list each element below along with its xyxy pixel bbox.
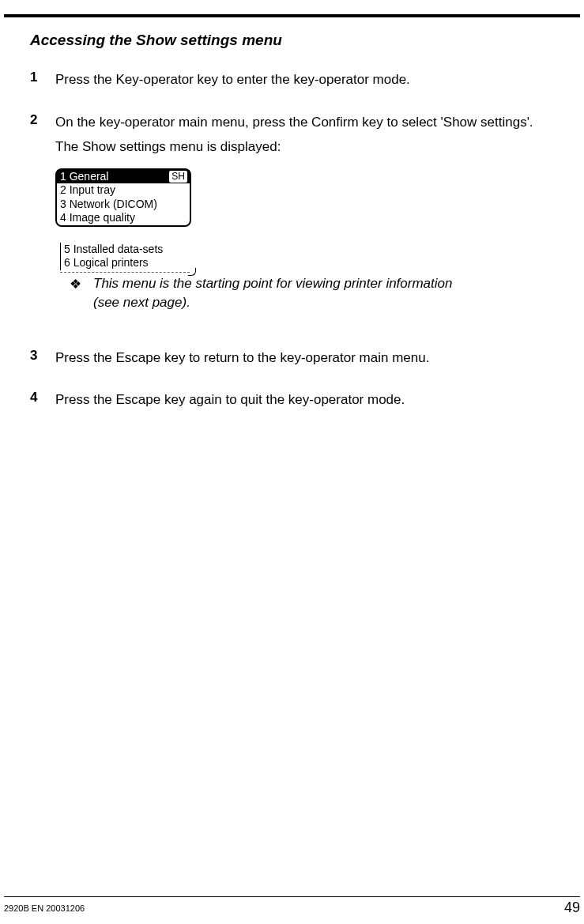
menu-item-network: 3 Network (DICOM): [57, 198, 190, 212]
top-rule: [4, 14, 580, 17]
step-text: Press the Escape key to return to the ke…: [55, 348, 568, 368]
page-number: 49: [564, 899, 580, 916]
menu-item-logical-printers: 6 Logical printers: [60, 256, 190, 270]
note-line: This menu is the starting point for view…: [93, 274, 452, 294]
step-text: Press the Escape key again to quit the k…: [55, 390, 568, 410]
section-title: Accessing the Show settings menu: [30, 32, 568, 49]
settings-menu: 1 General SH 2 Input tray 3 Network (DIC…: [55, 168, 194, 274]
steps-list: 1 Press the Key-operator key to enter th…: [55, 70, 568, 415]
step-number: 1: [30, 70, 55, 95]
step-text: On the key-operator main menu, press the…: [55, 112, 568, 133]
step-4: 4 Press the Escape key again to quit the…: [55, 390, 568, 415]
note-line: (see next page).: [93, 293, 452, 313]
step-2: 2 On the key-operator main menu, press t…: [55, 112, 568, 330]
step-number: 3: [30, 348, 55, 373]
step-3: 3 Press the Escape key to return to the …: [55, 348, 568, 373]
menu-badge: SH: [169, 171, 187, 183]
step-text: Press the Key-operator key to enter the …: [55, 70, 568, 90]
note: ❖ This menu is the starting point for vi…: [70, 274, 568, 313]
step-1: 1 Press the Key-operator key to enter th…: [55, 70, 568, 95]
menu-item-general: 1 General SH: [57, 170, 190, 184]
diamond-bullet-icon: ❖: [70, 274, 93, 313]
step-number: 2: [30, 112, 55, 330]
menu-dashed-border: [60, 272, 190, 273]
menu-item-installed-data-sets: 5 Installed data-sets: [60, 243, 190, 257]
footer-doc-id: 2920B EN 20031206: [4, 903, 85, 913]
footer-rule: [4, 896, 580, 897]
page-content: Accessing the Show settings menu 1 Press…: [30, 32, 568, 432]
menu-item-input-tray: 2 Input tray: [57, 183, 190, 198]
step-number: 4: [30, 390, 55, 415]
menu-item-image-quality: 4 Image quality: [57, 211, 190, 225]
menu-item-label: 1 General: [60, 170, 108, 184]
step-text-secondary: The Show settings menu is displayed:: [55, 137, 568, 157]
